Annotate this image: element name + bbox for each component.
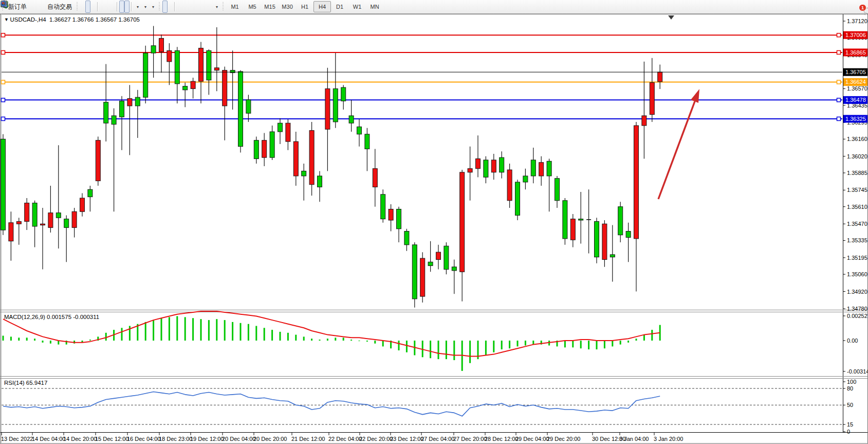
candle-body[interactable]: [254, 140, 258, 159]
candle-body[interactable]: [500, 157, 504, 172]
candle-body[interactable]: [602, 224, 607, 259]
candle-body[interactable]: [80, 198, 85, 211]
candle-body[interactable]: [286, 123, 290, 141]
candle-body[interactable]: [381, 194, 385, 219]
new-order-button[interactable]: 新订单: [6, 1, 29, 13]
tile-windows-button[interactable]: [110, 1, 115, 13]
candle-body[interactable]: [9, 223, 13, 241]
line-handle[interactable]: [2, 33, 5, 37]
candle-body[interactable]: [135, 97, 140, 106]
candle-body[interactable]: [436, 252, 441, 259]
candle-body[interactable]: [309, 131, 314, 185]
candle-body[interactable]: [104, 102, 108, 123]
line-handle[interactable]: [837, 117, 841, 120]
candle-body[interactable]: [444, 246, 449, 269]
auto-scroll-button[interactable]: [119, 1, 124, 13]
candle-body[interactable]: [539, 163, 544, 176]
candle-body[interactable]: [507, 170, 512, 201]
indicators-button[interactable]: ▾: [134, 1, 141, 13]
candle-body[interactable]: [25, 203, 29, 222]
candle-body[interactable]: [56, 213, 61, 218]
candle-body[interactable]: [610, 255, 615, 257]
candle-body[interactable]: [397, 209, 401, 229]
text-label-tool-button[interactable]: T: [208, 1, 213, 13]
candle-body[interactable]: [484, 160, 488, 177]
candle-body[interactable]: [41, 224, 45, 225]
tab-m15[interactable]: M15: [261, 1, 279, 12]
candle-body[interactable]: [531, 160, 535, 176]
candle-body[interactable]: [658, 72, 662, 82]
candle-body[interactable]: [365, 134, 370, 149]
candle-body[interactable]: [468, 169, 472, 172]
candle-body[interactable]: [199, 48, 204, 82]
candle-body[interactable]: [357, 127, 362, 134]
candle-body[interactable]: [373, 169, 377, 187]
candle-body[interactable]: [1, 139, 6, 230]
candle-body[interactable]: [72, 211, 77, 227]
candle-body[interactable]: [48, 213, 53, 228]
candle-body[interactable]: [246, 100, 251, 113]
channel-tool-button[interactable]: E: [192, 1, 197, 13]
line-handle[interactable]: [837, 50, 841, 54]
candle-body[interactable]: [626, 232, 631, 238]
line-handle[interactable]: [837, 33, 841, 37]
templates-button[interactable]: ▾: [149, 1, 157, 13]
candle-body[interactable]: [238, 72, 243, 147]
cursor-tool-button[interactable]: [162, 1, 168, 13]
candle-body[interactable]: [634, 126, 639, 239]
candle-body[interactable]: [127, 99, 132, 106]
candle-body[interactable]: [389, 209, 393, 221]
candle-body[interactable]: [452, 267, 456, 271]
candle-body[interactable]: [491, 160, 496, 172]
candle-body[interactable]: [112, 116, 116, 125]
candle-body[interactable]: [412, 245, 417, 299]
candle-body[interactable]: [341, 87, 346, 101]
candle-body[interactable]: [270, 132, 274, 157]
candle-body[interactable]: [159, 38, 164, 51]
candle-body[interactable]: [96, 140, 100, 181]
tab-w1[interactable]: W1: [348, 1, 366, 12]
candle-body[interactable]: [460, 172, 465, 272]
fibonacci-tool-button[interactable]: F: [197, 1, 202, 13]
line-handle[interactable]: [2, 98, 5, 102]
candle-body[interactable]: [318, 176, 322, 187]
symbol-dropdown-icon[interactable]: ▼: [4, 17, 10, 22]
line-handle[interactable]: [2, 117, 5, 120]
toolbar-grip[interactable]: [222, 2, 225, 11]
tab-m30[interactable]: M30: [279, 1, 296, 12]
candle-body[interactable]: [563, 201, 567, 239]
candle-body[interactable]: [167, 50, 172, 62]
toolbar-grip[interactable]: [158, 2, 161, 11]
autotrading-button[interactable]: 自动交易: [45, 1, 75, 13]
candle-body[interactable]: [642, 116, 647, 126]
candle-body[interactable]: [88, 189, 93, 197]
vertical-line-tool-button[interactable]: [177, 1, 182, 13]
candle-body[interactable]: [476, 159, 481, 169]
candle-body[interactable]: [570, 219, 575, 240]
tab-h4[interactable]: H4: [313, 1, 331, 12]
candle-body[interactable]: [579, 219, 583, 220]
styler-button[interactable]: [29, 1, 34, 13]
candle-body[interactable]: [151, 46, 156, 53]
candle-body[interactable]: [143, 53, 148, 97]
chart-shift-button[interactable]: [124, 1, 130, 13]
crosshair-tool-button[interactable]: [168, 1, 173, 13]
tab-d1[interactable]: D1: [331, 1, 348, 12]
candle-body[interactable]: [191, 81, 195, 88]
candle-body[interactable]: [278, 123, 283, 132]
candle-body[interactable]: [120, 101, 124, 117]
candle-body[interactable]: [515, 182, 520, 216]
tab-m1[interactable]: M1: [226, 1, 244, 12]
candle-body[interactable]: [183, 86, 188, 90]
zoom-in-button[interactable]: [100, 1, 105, 13]
candle-body[interactable]: [207, 50, 211, 80]
candle-body[interactable]: [16, 221, 21, 224]
candle-body[interactable]: [428, 262, 433, 265]
candle-body[interactable]: [404, 232, 409, 245]
horizontal-line-tool-button[interactable]: [182, 1, 187, 13]
candle-body[interactable]: [302, 171, 306, 176]
line-handle[interactable]: [837, 80, 841, 84]
text-tool-button[interactable]: A: [202, 1, 208, 13]
candle-body[interactable]: [32, 203, 37, 226]
candle-body[interactable]: [214, 68, 219, 70]
